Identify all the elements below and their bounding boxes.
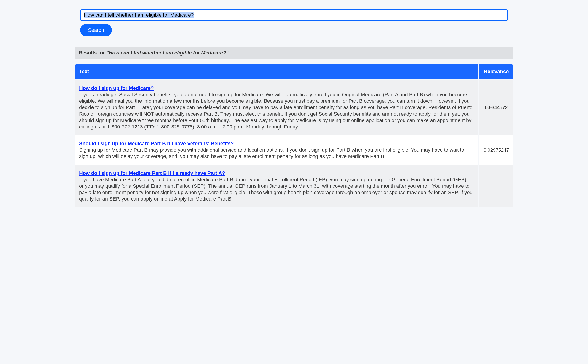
result-body: Signing up for Medicare Part B may provi…: [79, 147, 464, 159]
table-row: How do I sign up for Medicare? If you al…: [75, 80, 513, 135]
result-relevance-cell: 0.92975247: [479, 135, 513, 165]
table-row: How do I sign up for Medicare Part B if …: [75, 165, 513, 208]
search-panel: Search: [75, 5, 513, 42]
search-input[interactable]: [80, 9, 508, 21]
result-text-cell: How do I sign up for Medicare? If you al…: [75, 80, 478, 135]
results-header: Results for "How can I tell whether I am…: [75, 47, 513, 59]
table-body: How do I sign up for Medicare? If you al…: [75, 80, 513, 207]
results-prefix: Results for: [79, 50, 106, 56]
result-title-link[interactable]: Should I sign up for Medicare Part B if …: [79, 141, 234, 146]
results-table: Text Relevance How do I sign up for Medi…: [75, 65, 513, 207]
result-relevance-cell: 0.9344572: [479, 80, 513, 135]
search-button[interactable]: Search: [80, 24, 112, 36]
result-title-link[interactable]: How do I sign up for Medicare Part B if …: [79, 170, 225, 176]
table-header-row: Text Relevance: [75, 65, 513, 79]
result-body: If you already get Social Security benef…: [79, 92, 472, 130]
result-text-cell: Should I sign up for Medicare Part B if …: [75, 135, 478, 165]
result-relevance-cell: [479, 165, 513, 208]
result-body: If you have Medicare Part A, but you did…: [79, 177, 472, 202]
result-text-cell: How do I sign up for Medicare Part B if …: [75, 165, 478, 208]
result-title-link[interactable]: How do I sign up for Medicare?: [79, 85, 154, 91]
results-query: "How can I tell whether I am eligible fo…: [106, 50, 228, 56]
column-header-text: Text: [75, 65, 478, 79]
column-header-relevance: Relevance: [479, 65, 513, 79]
table-row: Should I sign up for Medicare Part B if …: [75, 135, 513, 165]
